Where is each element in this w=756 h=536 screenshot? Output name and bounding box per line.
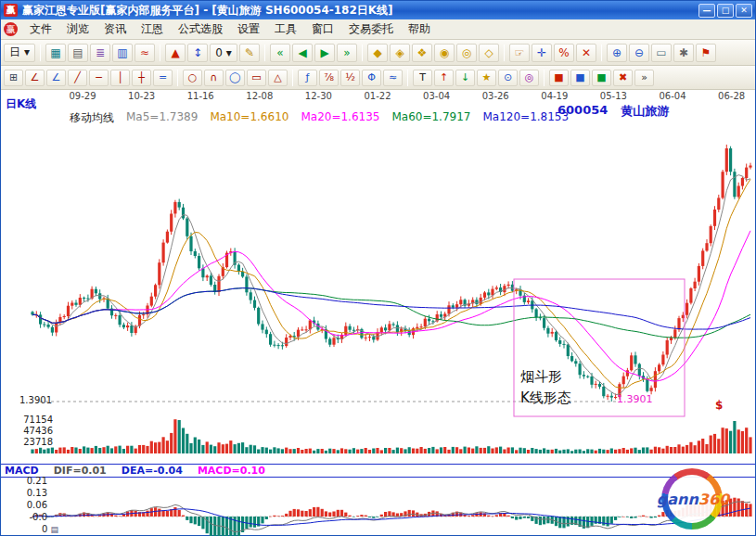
macd-scale-label: -0.0 xyxy=(12,511,47,523)
percent-tool-icon[interactable]: % xyxy=(554,44,574,62)
fibonacci-icon[interactable]: ƒ xyxy=(298,70,317,86)
window-title: 赢家江恩专业版[赢家内部服务平台] - [黄山旅游 SH600054-182日K… xyxy=(22,3,694,19)
macd-scale-label: 0.13 xyxy=(12,487,47,499)
arc-tool-icon[interactable]: ∩ xyxy=(204,70,224,86)
menu-item[interactable]: 设置 xyxy=(230,19,267,39)
ma-line-5 xyxy=(32,175,750,395)
fast-forward-icon[interactable]: » xyxy=(337,44,357,62)
angle-blue-icon[interactable]: ∠ xyxy=(46,70,66,86)
info-list-icon[interactable]: ≣ xyxy=(90,44,110,62)
price-level-label: 1.3901 xyxy=(19,395,52,405)
macd-scale-label: 0.06 xyxy=(12,499,47,511)
circle-tool-icon[interactable]: ○ xyxy=(183,70,202,86)
stock-code: 600054 xyxy=(557,103,608,120)
kline-chart-icon[interactable]: ▥ xyxy=(112,44,133,62)
period-day-dropdown[interactable]: 日 ▾ xyxy=(4,44,35,62)
pattern-annotation-text: 烟斗形 K线形态 xyxy=(520,366,571,409)
title-bar: 赢 赢家江恩专业版[赢家内部服务平台] - [黄山旅游 SH600054-182… xyxy=(1,1,755,19)
percent-half-icon[interactable]: ½ xyxy=(340,70,360,86)
ruler-icon[interactable]: ▭ xyxy=(651,44,672,62)
channel-tool-icon[interactable]: ═ xyxy=(153,70,173,86)
decimal-dropdown[interactable]: 0 ▾ xyxy=(210,44,237,62)
window-controls: —□✕ xyxy=(698,4,752,18)
minimize-button[interactable]: — xyxy=(698,4,715,18)
crosshair-icon[interactable]: ✛ xyxy=(532,44,552,62)
step-backward-icon[interactable]: ◀ xyxy=(292,44,313,62)
horizontal-line-icon[interactable]: ─ xyxy=(89,70,109,86)
stock-info: 600054 黄山旅游 xyxy=(557,103,669,120)
volume-layer xyxy=(31,419,751,453)
toolbar-separator xyxy=(40,45,41,61)
gann-wheel-icon[interactable]: ◎ xyxy=(456,44,477,62)
menu-item[interactable]: 江恩 xyxy=(134,19,171,39)
wave-tool-icon[interactable]: ≈ xyxy=(383,70,403,86)
gann-fan-icon[interactable]: ◈ xyxy=(390,44,410,62)
menu-item[interactable]: 交易委托 xyxy=(341,19,401,39)
sort-icon[interactable]: ▲ xyxy=(165,44,186,62)
low-price-label: 1.3901 xyxy=(617,393,653,405)
percent-78-icon[interactable]: ⅞ xyxy=(319,70,339,86)
star-mark-icon[interactable]: ★ xyxy=(477,70,496,86)
zoom-in-icon[interactable]: ⊕ xyxy=(607,44,627,62)
date-tick-label: 10-23 xyxy=(122,91,161,101)
rectangle-tool-icon[interactable]: ▭ xyxy=(247,70,266,86)
zoom-out-icon[interactable]: ⊖ xyxy=(629,44,649,62)
settings-icon[interactable]: ✱ xyxy=(673,44,694,62)
menu-item[interactable]: 浏览 xyxy=(59,19,96,39)
hand-tool-icon[interactable]: ☞ xyxy=(509,44,530,62)
arrow-down-icon[interactable]: ↓ xyxy=(455,70,475,86)
menu-item[interactable]: 工具 xyxy=(267,19,304,39)
grid-tool-icon[interactable]: ⊞ xyxy=(4,70,23,86)
date-tick-label: 03-04 xyxy=(417,91,456,101)
menu-item[interactable]: 公式选股 xyxy=(171,19,230,39)
triangle-tool-icon[interactable]: △ xyxy=(268,70,288,86)
toolbar-separator xyxy=(292,70,293,86)
menu-item[interactable]: 文件 xyxy=(22,19,59,39)
ma-legend-item: Ma20=1.6135 xyxy=(301,110,379,126)
market-board-icon[interactable]: ▦ xyxy=(45,44,66,62)
date-tick-label: 03-26 xyxy=(476,91,515,101)
menu-item[interactable]: 资讯 xyxy=(96,19,134,39)
report-icon[interactable]: ▤ xyxy=(68,44,88,62)
updown-icon[interactable]: ↕ xyxy=(187,44,208,62)
angle-tool-icon[interactable]: ∠ xyxy=(25,70,45,86)
gann-grid-icon[interactable]: ◇ xyxy=(479,44,499,62)
delete-tool-icon[interactable]: ✖ xyxy=(613,70,633,86)
trend-chart-icon[interactable]: ≈ xyxy=(135,44,155,62)
arrow-up-icon[interactable]: ↑ xyxy=(434,70,454,86)
red-block-icon[interactable]: ■ xyxy=(549,70,569,86)
close-button[interactable]: ✕ xyxy=(736,4,752,18)
blue-block-icon[interactable]: ■ xyxy=(570,70,590,86)
text-tool-icon[interactable]: T xyxy=(413,70,432,86)
maximize-button[interactable]: □ xyxy=(717,4,734,18)
fast-backward-icon[interactable]: « xyxy=(270,44,290,62)
ellipse-tool-icon[interactable]: ◯ xyxy=(225,70,245,86)
flag-icon[interactable]: ⚑ xyxy=(696,44,716,62)
green-block-icon[interactable]: ■ xyxy=(592,70,611,86)
date-tick-label: 11-16 xyxy=(181,91,220,101)
period-label: 日K线 xyxy=(6,96,36,112)
menu-item[interactable]: 窗口 xyxy=(304,19,341,39)
cycle-tool-icon[interactable]: ⊙ xyxy=(498,70,518,86)
vertical-line-icon[interactable]: │ xyxy=(110,70,130,86)
date-tick-label: 06-04 xyxy=(653,91,692,101)
gann-circle-icon[interactable]: ◉ xyxy=(434,44,455,62)
erase-tool-icon[interactable]: ✕ xyxy=(576,44,596,62)
diagonal-line-icon[interactable]: ╱ xyxy=(68,70,87,86)
volume-scale-label: 71154 xyxy=(12,415,53,426)
gann-square-icon[interactable]: ◆ xyxy=(367,44,388,62)
cross-line-icon[interactable]: ┼ xyxy=(132,70,151,86)
gann-box-icon[interactable]: ❖ xyxy=(412,44,432,62)
spiral-tool-icon[interactable]: ◎ xyxy=(519,70,539,86)
step-forward-icon[interactable]: ▶ xyxy=(314,44,335,62)
date-tick-label: 09-29 xyxy=(63,91,102,101)
draw-pencil-icon[interactable]: ✎ xyxy=(239,44,260,62)
date-tick-label: 12-30 xyxy=(299,91,338,101)
golden-ratio-icon[interactable]: Φ xyxy=(362,70,381,86)
candlestick-layer xyxy=(31,145,751,402)
main-price-chart[interactable] xyxy=(1,90,756,465)
menu-item[interactable]: 帮助 xyxy=(401,19,438,39)
more-tools-icon[interactable]: » xyxy=(634,70,654,86)
resize-grip-icon[interactable]: ▤ xyxy=(50,525,58,534)
macd-values: DIF=0.01DEA=-0.04MACD=0.10 xyxy=(54,465,265,477)
